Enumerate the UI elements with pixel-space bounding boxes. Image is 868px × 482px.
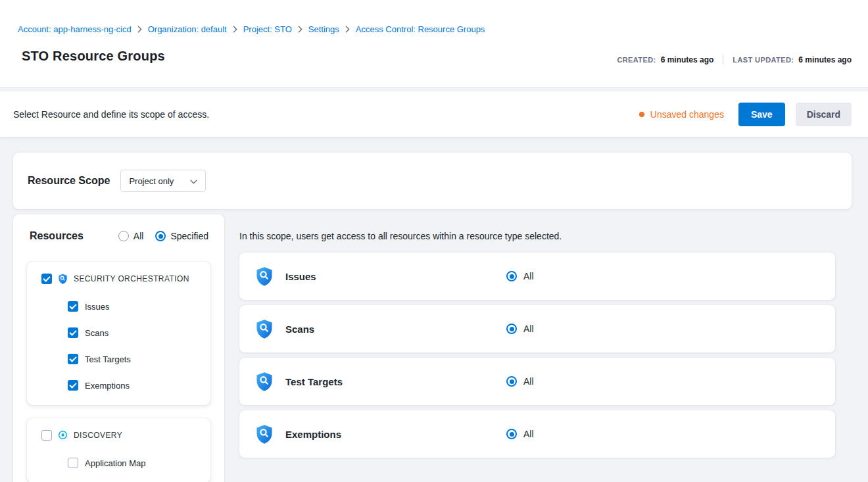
shield-search-icon (255, 372, 274, 391)
unsaved-changes-indicator: Unsaved changes (639, 109, 724, 120)
breadcrumb-organization-link[interactable]: Organization: default (148, 24, 227, 34)
radio-all[interactable]: All (118, 231, 144, 241)
group-name: DISCOVERY (74, 431, 122, 440)
breadcrumb-resource-groups-link[interactable]: Access Control: Resource Groups (356, 24, 485, 34)
access-radio-group[interactable]: All (506, 376, 534, 387)
scope-description: In this scope, users get access to all r… (239, 231, 562, 241)
radar-icon (58, 430, 68, 441)
item-label: Application Map (85, 458, 146, 468)
group-checkbox[interactable] (41, 274, 52, 284)
shield-search-icon (255, 424, 274, 444)
shield-search-icon (255, 266, 274, 286)
access-radio-group[interactable]: All (506, 324, 534, 334)
item-label: Scans (85, 328, 108, 338)
created-value: 6 minutes ago (661, 55, 714, 64)
breadcrumb-account-link[interactable]: Account: app-harness-ng-cicd (18, 24, 132, 34)
action-toolbar: Select Resource and define its scope of … (0, 91, 868, 137)
unsaved-changes-text: Unsaved changes (650, 109, 724, 120)
access-all-label: All (523, 429, 534, 439)
access-all-label: All (523, 271, 534, 281)
resource-row-label: Test Targets (285, 376, 343, 387)
chevron-right-icon (345, 26, 350, 33)
access-all-radio-icon[interactable] (506, 376, 517, 387)
resource-scope-select[interactable]: Project only (120, 170, 206, 192)
access-radio-group[interactable]: All (506, 271, 534, 281)
toolbar-description: Select Resource and define its scope of … (13, 109, 209, 120)
resource-row-label: Issues (285, 271, 316, 282)
access-all-radio-icon[interactable] (506, 324, 517, 334)
item-checkbox[interactable] (68, 380, 78, 391)
toolbar-actions: Unsaved changes Save Discard (639, 103, 852, 126)
unsaved-dot-icon (639, 112, 644, 117)
chevron-right-icon (137, 26, 142, 33)
group-name: SECURITY ORCHESTRATION (74, 274, 189, 283)
resources-panel-header: Resources All Specified (13, 214, 224, 242)
access-all-label: All (523, 324, 534, 334)
resource-row-test-targets: Test Targets All (239, 358, 835, 405)
breadcrumb-settings-link[interactable]: Settings (308, 24, 339, 34)
radio-specified[interactable]: Specified (155, 231, 208, 241)
resource-scope-card: Resource Scope Project only (13, 153, 852, 209)
resource-scope-label: Resource Scope (28, 175, 110, 187)
page-title: STO Resource Groups (22, 49, 165, 64)
resources-title: Resources (30, 230, 84, 242)
shield-search-icon (255, 319, 274, 339)
item-checkbox[interactable] (68, 458, 78, 468)
resources-filter-radios: All Specified (118, 231, 208, 241)
access-all-label: All (523, 376, 534, 387)
item-checkbox[interactable] (68, 301, 78, 312)
resource-checkbox-row[interactable]: Test Targets (27, 346, 210, 372)
item-label: Issues (85, 302, 110, 312)
radio-specified-icon[interactable] (155, 231, 166, 241)
resource-row-scans: Scans All (239, 305, 835, 352)
resource-scope-selected-value: Project only (129, 176, 174, 186)
header-meta: CREATED: 6 minutes ago LAST UPDATED: 6 m… (617, 55, 852, 64)
group-header-row[interactable]: SECURITY ORCHESTRATION (27, 264, 210, 293)
page-header: Account: app-harness-ng-cicd Organizatio… (0, 0, 868, 88)
resource-row-exemptions: Exemptions All (239, 410, 835, 458)
save-button[interactable]: Save (738, 103, 785, 126)
resource-checkbox-row[interactable]: Scans (27, 320, 210, 346)
shield-search-icon (58, 274, 68, 284)
resource-rows: Issues All Scans All Test Targets All Ex… (239, 253, 835, 463)
item-checkbox[interactable] (68, 354, 78, 364)
resource-group-discovery: DISCOVERY Application Map (27, 418, 210, 482)
resource-row-label: Exemptions (285, 429, 341, 440)
resource-row-issues: Issues All (239, 253, 835, 300)
chevron-right-icon (298, 26, 302, 33)
item-checkbox[interactable] (68, 327, 78, 338)
access-all-radio-icon[interactable] (506, 429, 517, 439)
group-header-row[interactable]: DISCOVERY (27, 421, 210, 450)
chevron-right-icon (233, 26, 237, 33)
breadcrumb-project-link[interactable]: Project: STO (243, 24, 292, 34)
resource-group-security-orchestration: SECURITY ORCHESTRATION Issues Scans Test… (27, 262, 210, 405)
access-radio-group[interactable]: All (506, 429, 534, 439)
last-updated-label: LAST UPDATED: (733, 56, 794, 64)
resources-panel: Resources All Specified SECURITY ORCHEST… (13, 214, 224, 482)
resource-checkbox-row[interactable]: Exemptions (27, 372, 210, 398)
item-label: Test Targets (85, 354, 131, 364)
radio-specified-label: Specified (170, 231, 208, 241)
resource-checkbox-row[interactable]: Issues (27, 293, 210, 320)
item-label: Exemptions (85, 381, 130, 391)
meta-divider (723, 55, 723, 64)
last-updated-value: 6 minutes ago (798, 55, 852, 64)
created-label: CREATED: (617, 56, 656, 64)
access-all-radio-icon[interactable] (506, 271, 517, 281)
breadcrumb: Account: app-harness-ng-cicd Organizatio… (18, 24, 485, 34)
radio-all-icon[interactable] (118, 231, 129, 241)
chevron-down-icon (190, 180, 197, 184)
radio-all-label: All (133, 231, 144, 241)
resource-row-label: Scans (285, 324, 314, 335)
discard-button[interactable]: Discard (796, 103, 852, 126)
resource-checkbox-row[interactable]: Application Map (27, 450, 210, 476)
group-checkbox[interactable] (41, 430, 52, 441)
